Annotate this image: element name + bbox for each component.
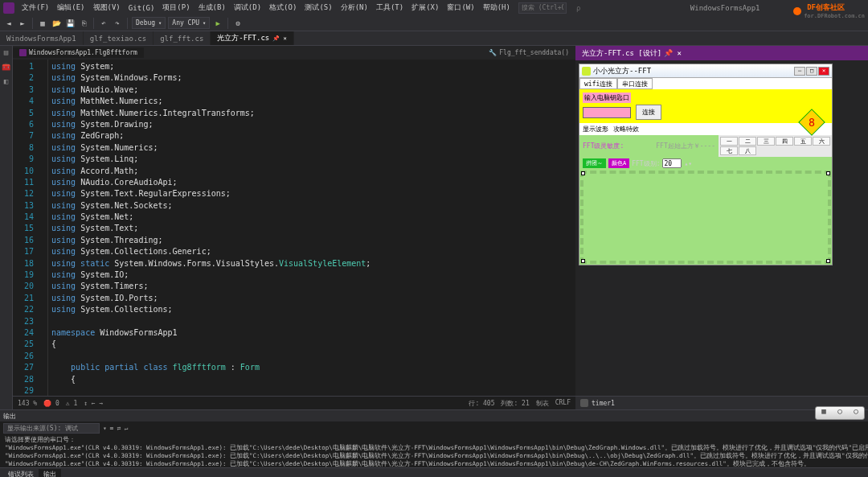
connect-button[interactable]: 连接 — [636, 105, 661, 120]
numpad-cell[interactable]: 八 — [739, 146, 756, 155]
numpad-cell[interactable]: 四 — [776, 137, 793, 146]
output-source-combo[interactable]: 显示输出来源(S): 调试 — [3, 423, 100, 434]
nav-method-combo[interactable]: 🔧Flg_fft_senddata() — [482, 47, 575, 58]
code-content[interactable]: using System;using System.Windows.Forms;… — [48, 60, 575, 396]
save-all-icon[interactable]: ⎘ — [78, 18, 89, 29]
config-combo[interactable]: Debug — [132, 17, 166, 29]
run-icon[interactable]: ▶ — [212, 18, 223, 29]
badge-group[interactable]: 拼团～ — [583, 158, 606, 168]
tab-glf-fft[interactable]: 光立方-FFT.cs📌 ✕ — [211, 31, 293, 45]
diamond-icon: 8 — [796, 107, 827, 138]
numpad-cell[interactable]: 三 — [757, 137, 775, 146]
designer-tab[interactable]: 光立方-FFT.cs [设计]📌 ✕ — [575, 47, 688, 60]
numpad-cell[interactable]: 七 — [720, 146, 738, 155]
menu-git[interactable]: Git(G) — [125, 3, 158, 13]
svg-text:8: 8 — [809, 117, 815, 129]
wrap-icon[interactable]: ↵ — [124, 425, 128, 432]
menu-debug[interactable]: 调试(D) — [231, 2, 264, 14]
maximize-icon[interactable]: □ — [806, 67, 817, 76]
designer-surface[interactable]: 小小光立方--FFT — □ ✕ wifi连接串口连接 输入电脑钥匙口 — [575, 60, 868, 396]
app-title: WindowsFormsApp1 — [687, 3, 764, 13]
numpad-cell[interactable]: 五 — [794, 137, 812, 146]
zedgraph-canvas[interactable] — [580, 171, 831, 264]
undo-icon[interactable]: ↶ — [98, 18, 109, 29]
menu-test[interactable]: 测试(S) — [301, 2, 335, 14]
tool-icon[interactable]: ⚙ — [232, 18, 244, 29]
new-icon[interactable]: ▦ — [37, 18, 48, 29]
fold-margin[interactable] — [39, 60, 48, 396]
form-titlebar: 小小光立方--FFT — □ ✕ — [579, 64, 832, 78]
label-sens: FFT级灵敏度: — [583, 142, 624, 150]
save-icon[interactable]: 💾 — [64, 18, 76, 29]
menu-help[interactable]: 帮助(H) — [480, 2, 514, 14]
media-control[interactable]: ▦◯◯ — [815, 406, 865, 420]
menu-format[interactable]: 格式(O) — [266, 2, 300, 14]
server-explorer-icon[interactable]: ▤ — [2, 48, 11, 58]
numpad-cell[interactable]: 二 — [739, 137, 756, 146]
zoom-level[interactable]: 143 % — [18, 400, 37, 407]
fft-level-input[interactable] — [662, 158, 682, 168]
bottom-tab-strip: 错误列表 输出 — [0, 467, 868, 477]
pin-icon[interactable]: 📌 ✕ — [272, 35, 286, 42]
menu-edit[interactable]: 编辑(E) — [54, 2, 88, 14]
toolbox-icon[interactable]: 🧰 — [2, 63, 11, 72]
numpad[interactable]: 一二三四五六七八 — [719, 135, 832, 157]
back-icon[interactable]: ◄ — [3, 18, 14, 29]
caret-col: 列数: 21 — [501, 399, 529, 408]
datasource-icon[interactable]: ◧ — [2, 77, 11, 87]
output-text[interactable]: 请选择要使用的串口号： "WindowsFormsApp1.exe"(CLR v… — [0, 434, 868, 467]
menu-tools[interactable]: 工具(T) — [373, 2, 407, 14]
main-toolbar: ◄ ► ▦ 📂 💾 ⎘ ↶ ↷ Debug Any CPU ▶ ⚙ — [0, 15, 868, 31]
numpad-cell[interactable]: 一 — [720, 137, 738, 146]
nav-class-combo[interactable]: WindowsFormsApp1.Flg8fftform — [13, 47, 144, 58]
designer-pane: 光立方-FFT.cs [设计]📌 ✕ 小小光立方--FFT — □ ✕ wifi… — [575, 46, 868, 409]
editor-status-strip: 143 % 🛑 0 ⚠ 1 ↕ ← → 行: 405 列数: 21 制表 CRL… — [13, 396, 575, 409]
platform-combo[interactable]: Any CPU — [168, 17, 210, 29]
brand-icon — [793, 7, 801, 15]
menu-analyze[interactable]: 分析(N) — [338, 2, 371, 14]
winform-preview[interactable]: 小小光立方--FFT — □ ✕ wifi连接串口连接 输入电脑钥匙口 — [579, 64, 833, 265]
redo-icon[interactable]: ↷ — [112, 18, 123, 29]
tab-project[interactable]: WindowsFormsApp1 — [0, 31, 84, 45]
label-wave: 显示波形 — [583, 125, 608, 134]
vs-logo-icon — [3, 2, 14, 14]
minimize-icon[interactable]: — — [794, 67, 805, 76]
class-icon — [19, 49, 27, 56]
forward-icon[interactable]: ► — [17, 18, 28, 29]
label-input: 输入电脑钥匙口 — [583, 93, 631, 103]
left-toolrail: ▤ 🧰 ◧ — [0, 46, 13, 409]
form-icon — [582, 67, 591, 76]
output-panel: 输出▬ ✕ 显示输出来源(S): 调试 ▾ ≡ ⇄ ↵ 请选择要使用的串口号： … — [0, 409, 868, 467]
numpad-cell[interactable]: 六 — [813, 137, 830, 146]
brand-logo: DF创客社区for.DFRobot.com.cn — [793, 2, 865, 19]
menu-project[interactable]: 项目(P) — [159, 2, 193, 14]
menu-view[interactable]: 视图(V) — [90, 2, 124, 14]
menu-build[interactable]: 生成(B) — [195, 2, 229, 14]
file-tab-strip: WindowsFormsApp1 glf_texiao.cs glf_fft.c… — [0, 31, 868, 46]
line-gutter: 1234567891011121314151617181920212223242… — [13, 60, 39, 396]
port-combo[interactable] — [583, 107, 631, 118]
menu-file[interactable]: 文件(F) — [18, 2, 52, 14]
timer-icon — [580, 399, 588, 407]
output-title: 输出 — [3, 412, 16, 421]
form-tabstrip[interactable]: wifi连接串口连接 — [579, 78, 832, 89]
clear-icon[interactable]: ≡ — [110, 425, 114, 432]
search-input[interactable] — [518, 2, 567, 14]
badge-color[interactable]: 颜色A — [608, 158, 629, 168]
tab-error-list[interactable]: 错误列表 — [3, 469, 39, 478]
label-effect: 攻略特效 — [613, 125, 639, 134]
menu-window[interactable]: 窗口(W) — [444, 2, 477, 14]
close-icon[interactable]: ✕ — [818, 67, 829, 76]
caret-line: 行: 405 — [469, 399, 494, 408]
open-icon[interactable]: 📂 — [51, 18, 62, 29]
menu-extensions[interactable]: 扩展(X) — [408, 2, 442, 14]
tab-texiao[interactable]: glf_texiao.cs — [84, 31, 154, 45]
toggle-icon[interactable]: ⇄ — [117, 425, 121, 432]
tab-fft[interactable]: glf_fft.cs — [154, 31, 211, 45]
menu-bar: 文件(F) 编辑(E) 视图(V) Git(G) 项目(P) 生成(B) 调试(… — [0, 0, 868, 15]
code-editor-pane: WindowsFormsApp1.Flg8fftform 🔧Flg_fft_se… — [13, 46, 575, 409]
tab-output[interactable]: 输出 — [39, 469, 61, 478]
